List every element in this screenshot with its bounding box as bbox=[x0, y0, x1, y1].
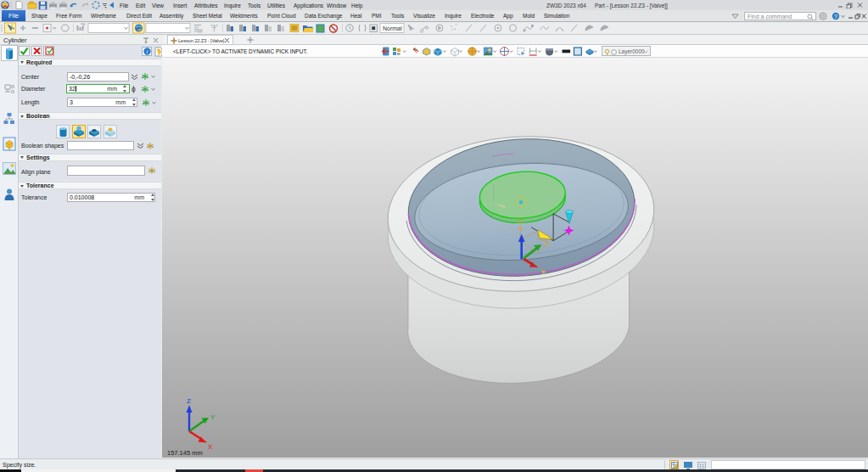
svg-text:157.145 mm: 157.145 mm bbox=[167, 449, 203, 457]
svg-text:Normal: Normal bbox=[383, 25, 402, 31]
svg-text:?: ? bbox=[834, 14, 837, 20]
svg-text:Y: Y bbox=[210, 413, 216, 421]
svg-text:Z: Z bbox=[187, 397, 191, 405]
svg-text:32: 32 bbox=[516, 217, 524, 225]
svg-text:X: X bbox=[208, 443, 213, 451]
svg-text:i: i bbox=[146, 48, 148, 54]
